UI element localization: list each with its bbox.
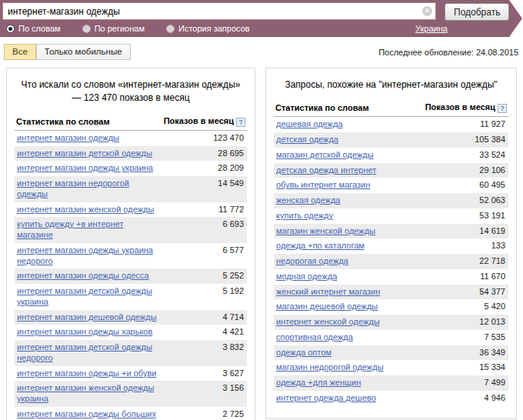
keyword-link[interactable]: женский интернет магазин [276,287,380,296]
impressions-value: 15 334 [424,360,508,375]
keyword-link[interactable]: интернет магазин одежды +и обуви [17,368,156,378]
radio-label: По регионам [95,24,145,33]
keyword-link[interactable]: интернет магазин дешевой одежды [17,312,157,322]
table-row: купить одежду +в интернет магазине6 693 [15,217,247,243]
table-row: магазин женской одежды14 619 [274,224,508,239]
keyword-link[interactable]: женская одежда [276,195,340,205]
radio-query-history[interactable]: История запросов [166,24,250,33]
table-row: детская одежда интернет29 106 [274,163,508,178]
table-row: интернет магазин детской одежды28 695 [15,146,247,162]
impressions-value: 36 349 [424,345,508,361]
radio-by-words[interactable]: По словам [6,24,61,33]
table-row: интернет магазин детской одежды украина5… [15,284,247,310]
keyword-link[interactable]: спортивная одежда [276,332,353,342]
submit-button[interactable]: Подобрать [445,3,509,21]
right-panel-title: Запросы, похожие на "интернет-магазин од… [278,78,504,92]
region-link[interactable]: Украина [415,24,448,33]
table-row: интернет магазин одежды123 470 [15,130,247,145]
impressions-value: 4 421 [162,325,247,340]
impressions-value: 11 927 [424,117,508,132]
keyword-link[interactable]: интернет магазин детской одежды [17,148,152,158]
keyword-link[interactable]: дешевая одежда [276,119,343,128]
keyword-link[interactable]: интернет магазин одежды больших [17,409,156,418]
keyword-link[interactable]: магазин женской одежды [276,226,375,235]
radio-by-regions[interactable]: По регионам [82,24,145,33]
impressions-value: 7 499 [424,375,508,391]
right-results-table: Статистика по словам Показов в месяц? де… [274,100,508,405]
help-icon[interactable]: ? [236,118,245,127]
keyword-link[interactable]: одежда оптом [276,348,331,357]
table-row: магазин дешевой одежды5 420 [274,299,508,315]
column-header-impressions-label: Показов в месяц [425,102,495,112]
table-row: дешевая одежда11 927 [274,117,508,132]
keyword-link[interactable]: недорогая одежда [276,256,348,265]
keyword-link[interactable]: интернет магазин одежды украина недорого [17,245,153,265]
radio-unselected-icon[interactable] [82,25,91,33]
impressions-value: 133 [424,238,508,254]
keyword-link[interactable]: одежда +по каталогам [276,241,365,250]
impressions-value: 33 524 [424,148,508,163]
search-bar: ✕ Подобрать По словам По регионам Истори… [0,0,523,37]
keyword-link[interactable]: купить одежду [276,211,333,220]
keyword-link[interactable]: интернет магазин одежды одесса [17,271,149,280]
impressions-value: 2 725 [162,407,247,420]
table-row: женская одежда52 063 [274,193,508,208]
keyword-link[interactable]: интернет магазин одежды украина [17,163,153,172]
keyword-link[interactable]: интернет магазин женской одежды [17,205,154,214]
impressions-value: 12 013 [424,315,508,330]
keyword-link[interactable]: интернет магазин детской одежды недорого [17,342,152,362]
keyword-link[interactable]: интернет магазин одежды [17,133,119,142]
impressions-value: 22 718 [424,254,508,269]
table-row: одежда +для женщин7 499 [274,375,508,391]
keyword-link[interactable]: интернет магазин женской одежды украина [17,383,154,403]
keyword-link[interactable]: магазин недорогой одежды [276,362,384,372]
clear-search-icon[interactable]: ✕ [422,6,432,16]
table-row: детская одежда105 384 [274,132,508,148]
impressions-value: 6 693 [162,217,247,243]
keyword-link[interactable]: модная одежда [276,272,337,281]
column-header-keyword: Статистика по словам [15,114,162,131]
impressions-value: 28 209 [162,161,247,176]
search-input[interactable] [2,2,436,20]
tab-all[interactable]: Все [4,44,36,60]
keyword-link[interactable]: детская одежда [276,135,338,144]
impressions-value: 7 535 [424,330,508,345]
help-icon[interactable]: ? [498,104,507,113]
keyword-link[interactable]: интернет магазин детской одежды украина [17,286,152,306]
keyword-link[interactable]: интернет женской одежды [276,317,380,326]
table-header-row: Статистика по словам Показов в месяц? [274,100,508,117]
table-row: интернет женской одежды12 013 [274,315,508,330]
table-row: женский интернет магазин54 377 [274,285,508,300]
tab-mobile-only[interactable]: Только мобильные [36,44,131,60]
keyword-link[interactable]: одежда +для женщин [276,378,361,387]
impressions-value: 5 420 [424,299,508,315]
impressions-value: 60 495 [424,178,508,193]
column-header-impressions: Показов в месяц? [162,114,247,131]
left-results-table: Статистика по словам Показов в месяц? ин… [15,114,247,420]
keyword-link[interactable]: детская одежда интернет [276,165,376,175]
radio-unselected-icon[interactable] [166,25,175,33]
impressions-value: 11 772 [162,202,247,218]
table-row: одежда +по каталогам133 [274,238,508,254]
right-results-panel: Запросы, похожие на "интернет-магазин од… [265,68,517,419]
column-header-impressions-label: Показов в месяц [164,116,234,125]
impressions-value: 3 156 [162,381,247,407]
table-row: модная одежда11 670 [274,269,508,285]
table-row: интернет магазин недорогой одежды14 549 [15,176,247,202]
keyword-link[interactable]: обувь интернет магазин [276,180,370,189]
table-row: интернет магазин одежды одесса5 252 [15,268,247,284]
keyword-link[interactable]: магазин детской одежды [276,150,374,159]
keyword-link[interactable]: интернет магазин одежды харьков [17,327,152,336]
impressions-value: 11 670 [424,269,508,285]
table-row: интернет магазин женской одежды11 772 [15,202,247,218]
table-row: обувь интернет магазин60 495 [274,178,508,193]
keyword-link[interactable]: интернет магазин недорогой одежды [17,178,129,198]
results-area: Что искали со словом «интернет-магазин о… [0,68,523,420]
keyword-link[interactable]: магазин дешевой одежды [276,302,378,311]
radio-selected-icon[interactable] [6,25,15,33]
table-row: интернет магазин одежды харьков4 421 [15,325,247,340]
keyword-link[interactable]: купить одежду +в интернет магазине [17,219,124,239]
table-row: интернет магазин одежды больших2 725 [15,407,247,420]
impressions-value: 54 377 [424,285,508,300]
keyword-link[interactable]: интернет одежда дешево [276,393,376,402]
